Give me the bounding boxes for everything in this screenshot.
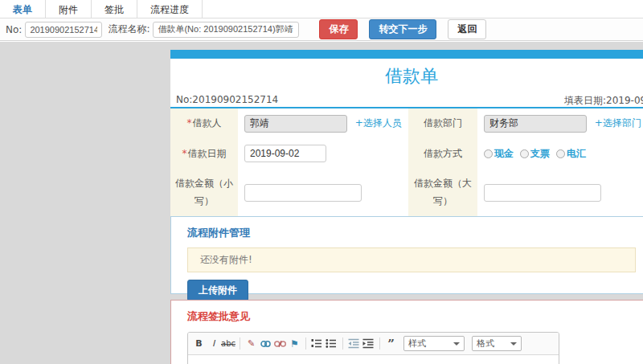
tab-bar: 表单 附件 签批 流程进度 [0,0,643,18]
rich-text-editor: B I abc ✎ ⚑ [187,332,559,364]
tab-attachments[interactable]: 附件 [46,0,92,18]
form-fill-date: 填表日期:2019-09-02 15:27:1 [564,94,643,108]
flow-name-input[interactable] [153,22,299,38]
form-number: No:20190902152714 [176,94,278,105]
no-label: No: [6,24,22,35]
amount-big-input[interactable] [484,184,601,202]
no-attachments-alert: 还没有附件! [187,247,636,272]
department-value-cell: +选择部门 [477,108,643,139]
table-row: 借款金额（小写） 借款金额（大写） [170,169,643,216]
radio-icon [520,149,529,158]
forward-next-step-button[interactable]: 转交下一步 [369,19,436,39]
borrower-label-cell: *借款人 [170,108,238,139]
upload-attachment-button[interactable]: 上传附件 [187,280,248,301]
strikethrough-icon[interactable]: abc [221,337,235,350]
select-department-link[interactable]: +选择部门 [595,117,641,129]
tab-progress[interactable]: 流程进度 [137,0,203,18]
loan-date-value-cell [238,139,408,170]
toolbar-separator [342,337,343,350]
outdent-icon[interactable] [347,337,361,350]
chevron-down-icon [453,342,460,346]
format-select[interactable]: 格式 [472,336,522,351]
remove-format-icon[interactable]: ✎ [244,337,258,350]
blockquote-icon[interactable]: ” [384,337,398,350]
select-person-link[interactable]: +选择人员 [355,117,402,129]
approval-panel: 流程签批意见 B I abc ✎ ⚑ [170,300,643,364]
attachments-panel: 流程附件管理 还没有附件! 上传附件 [170,216,643,294]
indent-icon[interactable] [362,337,375,350]
required-asterisk: * [182,148,187,159]
tab-signoff[interactable]: 签批 [92,0,137,18]
loan-method-value-cell: 现金 支票 电汇 [477,139,643,170]
editor-toolbar: B I abc ✎ ⚑ [188,333,559,355]
toolbar: No: 流程名称: 保存 转交下一步 返回 [0,18,643,41]
department-input[interactable] [484,115,587,133]
toolbar-separator [305,337,306,350]
italic-icon[interactable]: I [207,337,220,350]
radio-icon [556,149,565,158]
editor-content-area[interactable] [188,355,559,364]
form-title: 借款单 [170,59,643,92]
numbered-list-icon[interactable] [310,337,324,350]
radio-cash[interactable]: 现金 [484,147,514,161]
chevron-down-icon [510,342,517,346]
save-button[interactable]: 保存 [319,19,358,39]
attachments-heading: 流程附件管理 [171,217,643,247]
flag-icon[interactable]: ⚑ [288,337,301,350]
link-icon[interactable] [259,337,272,350]
content-area: 借款单 No:20190902152714 填表日期:2019-09-02 15… [0,42,643,364]
amount-small-label-cell: 借款金额（小写） [170,169,238,216]
bold-icon[interactable]: B [192,337,206,350]
loan-method-label-cell: 借款方式 [408,139,477,170]
bulleted-list-icon[interactable] [325,337,338,350]
amount-big-value-cell [477,169,643,216]
toolbar-separator [379,337,380,350]
unlink-icon[interactable] [273,337,287,350]
loan-method-radio-group: 现金 支票 电汇 [484,147,643,161]
back-button[interactable]: 返回 [448,19,486,39]
radio-cheque[interactable]: 支票 [520,147,550,161]
loan-date-label-cell: *借款日期 [170,139,238,170]
style-select[interactable]: 样式 [403,336,465,351]
form-header-strip [170,50,643,59]
amount-small-input[interactable] [244,184,362,202]
borrower-value-cell: +选择人员 [238,108,408,139]
tab-form[interactable]: 表单 [0,0,46,18]
department-label-cell: 借款部门 [408,108,477,139]
table-row: *借款日期 借款方式 现金 支票 [170,139,643,170]
required-asterisk: * [187,117,192,129]
radio-icon [484,149,493,158]
amount-small-value-cell [238,169,408,216]
borrower-input[interactable] [244,115,347,133]
radio-wire[interactable]: 电汇 [556,147,586,161]
flow-name-label: 流程名称: [108,22,149,36]
loan-date-input[interactable] [244,145,326,162]
table-row: *借款人 +选择人员 借款部门 +选择部门 [170,108,643,139]
amount-big-label-cell: 借款金额（大写） [408,169,477,216]
form-meta-row: No:20190902152714 填表日期:2019-09-02 15:27:… [170,92,643,108]
toolbar-separator [240,337,240,350]
no-input[interactable] [25,22,102,38]
approval-heading: 流程签批意见 [171,301,643,332]
